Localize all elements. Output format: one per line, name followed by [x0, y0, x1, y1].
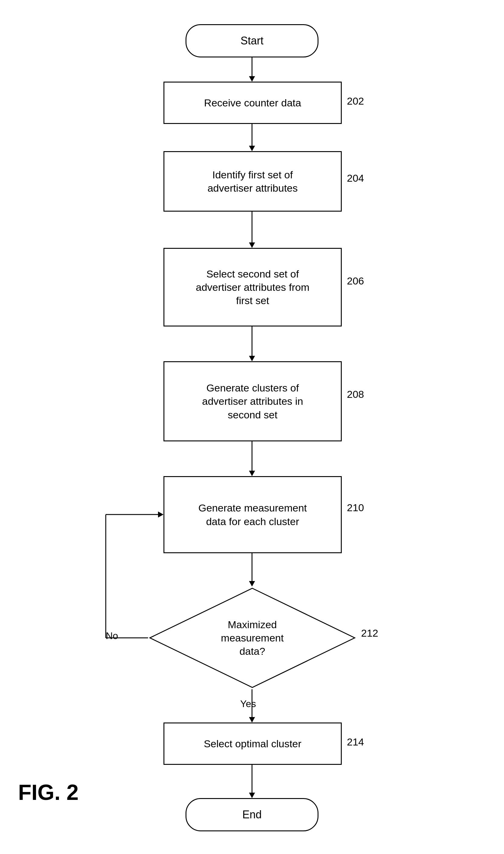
process-generate-measurement: Generate measurement data for each clust…	[163, 476, 342, 553]
process-generate-clusters: Generate clusters of advertiser attribut…	[163, 361, 342, 441]
n214-label: Select optimal cluster	[204, 737, 301, 750]
decision-label: Maximized measurement data?	[221, 618, 284, 658]
n206-label: Select second set of advertiser attribut…	[196, 267, 309, 307]
no-label: No	[106, 630, 118, 641]
end-label: End	[242, 808, 262, 821]
n202-label: Receive counter data	[204, 96, 301, 109]
ref-204: 204	[347, 172, 364, 184]
svg-marker-12	[249, 581, 255, 586]
n204-label: Identify first set of advertiser attribu…	[208, 168, 298, 195]
start-terminal: Start	[185, 24, 319, 57]
ref-214: 214	[347, 736, 364, 748]
process-receive-counter-data: Receive counter data	[163, 82, 342, 124]
process-select-second-set: Select second set of advertiser attribut…	[163, 248, 342, 326]
ref-210: 210	[347, 502, 364, 514]
ref-202: 202	[347, 95, 364, 107]
process-identify-first-set: Identify first set of advertiser attribu…	[163, 151, 342, 212]
n210-label: Generate measurement data for each clust…	[198, 501, 307, 528]
svg-marker-10	[249, 471, 255, 476]
svg-marker-16	[249, 793, 255, 798]
svg-marker-20	[158, 512, 163, 518]
figure-label: FIG. 2	[18, 780, 78, 805]
ref-212: 212	[361, 627, 378, 639]
ref-206: 206	[347, 275, 364, 287]
flowchart-diagram: Start Receive counter data 202 Identify …	[0, 0, 504, 854]
start-label: Start	[240, 34, 264, 47]
ref-208: 208	[347, 389, 364, 400]
end-terminal: End	[185, 798, 319, 831]
svg-marker-8	[249, 356, 255, 361]
svg-marker-2	[249, 76, 255, 82]
yes-label: Yes	[240, 698, 256, 710]
svg-marker-14	[249, 717, 255, 723]
n208-label: Generate clusters of advertiser attribut…	[202, 381, 303, 422]
svg-marker-6	[249, 243, 255, 248]
svg-marker-4	[249, 146, 255, 151]
decision-maximized: Maximized measurement data?	[148, 586, 357, 689]
process-select-optimal: Select optimal cluster	[163, 723, 342, 765]
